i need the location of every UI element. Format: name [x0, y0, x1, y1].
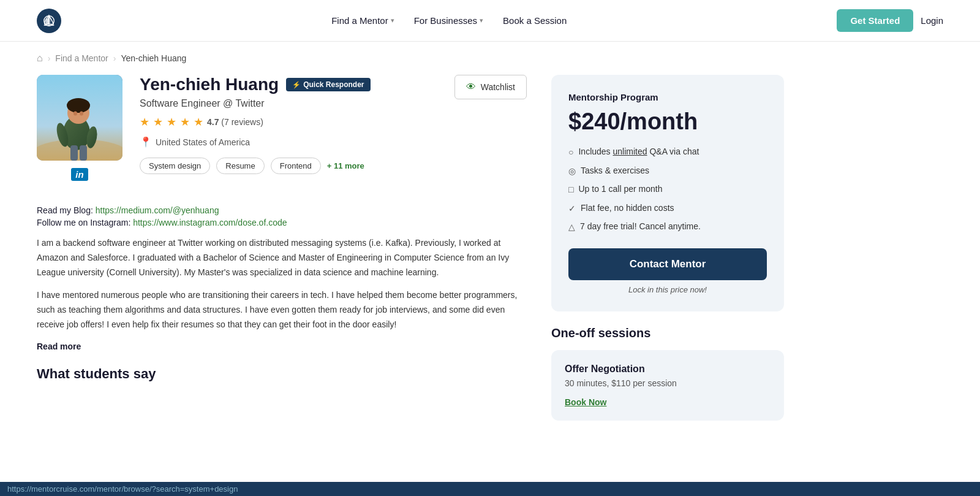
svg-point-7: [80, 112, 83, 116]
lightning-icon: ⚡: [292, 81, 301, 89]
tag-system-design[interactable]: System design: [140, 158, 210, 174]
breadcrumb-current: Yen-chieh Huang: [121, 53, 186, 63]
pricing-amount: $240/month: [568, 109, 767, 135]
get-started-button[interactable]: Get Started: [837, 9, 913, 32]
sail-icon: [42, 14, 56, 28]
svg-point-5: [67, 98, 90, 113]
star-1: ★: [140, 115, 149, 129]
svg-rect-10: [70, 145, 78, 161]
trial-icon: △: [568, 221, 575, 234]
star-5: ★: [194, 115, 203, 129]
more-tags-link[interactable]: + 11 more: [327, 161, 364, 170]
chevron-down-icon: ▾: [480, 17, 483, 25]
one-off-section: One-off sessions Offer Negotiation 30 mi…: [551, 326, 784, 421]
students-section-title: What students say: [37, 366, 527, 382]
quick-responder-badge: ⚡ Quick Responder: [286, 78, 370, 91]
breadcrumb-find-mentor[interactable]: Find a Mentor: [55, 53, 108, 63]
login-button[interactable]: Login: [921, 15, 943, 26]
eye-icon: 👁: [466, 82, 476, 93]
profile-role: Software Engineer @ Twitter: [140, 98, 371, 109]
chat-icon: ○: [568, 147, 573, 159]
location-pin-icon: 📍: [140, 136, 152, 148]
tag-resume[interactable]: Resume: [216, 158, 264, 174]
breadcrumb-sep: ›: [48, 53, 51, 63]
nav-find-mentor[interactable]: Find a Mentor ▾: [331, 15, 394, 26]
star-2: ★: [153, 115, 163, 129]
students-section: What students say: [37, 366, 527, 382]
instagram-link[interactable]: https://www.instagram.com/dose.of.code: [133, 218, 287, 227]
feature-3: □ Up to 1 call per month: [568, 183, 767, 196]
feature-5: △ 7 day free trial! Cancel anytime.: [568, 221, 767, 234]
home-icon[interactable]: ⌂: [37, 53, 43, 64]
bio-paragraph-1: I am a backend software engineer at Twit…: [37, 236, 527, 280]
nav-links: Find a Mentor ▾ For Businesses ▾ Book a …: [331, 15, 567, 26]
call-icon: □: [568, 184, 573, 196]
avatar-image: [37, 75, 123, 161]
nav-book-session[interactable]: Book a Session: [503, 15, 567, 26]
feature-2: ◎ Tasks & exercises: [568, 165, 767, 178]
svg-point-6: [74, 112, 77, 116]
one-off-title: One-off sessions: [551, 326, 784, 340]
avatar-svg: [37, 75, 123, 161]
session-card: Offer Negotiation 30 minutes, $110 per s…: [551, 350, 784, 421]
check-icon: ✓: [568, 203, 576, 215]
contact-mentor-button[interactable]: Contact Mentor: [568, 248, 767, 280]
bio-text: I am a backend software engineer at Twit…: [37, 236, 527, 332]
pricing-label: Mentorship Program: [568, 92, 767, 102]
rating-text: 4.7 (7 reviews): [207, 117, 263, 127]
profile-name-row: Yen-chieh Huang ⚡ Quick Responder: [140, 75, 371, 94]
watchlist-button[interactable]: 👁 Watchlist: [454, 75, 527, 99]
session-desc: 30 minutes, $110 per session: [565, 378, 771, 388]
tasks-icon: ◎: [568, 166, 576, 178]
location-row: 📍 United States of America: [140, 136, 371, 148]
profile-name: Yen-chieh Huang: [140, 75, 279, 94]
session-name: Offer Negotiation: [565, 364, 771, 375]
left-column: in Yen-chieh Huang ⚡ Quick Responder Sof…: [37, 75, 527, 421]
lock-price-text: Lock in this price now!: [568, 285, 767, 294]
bio-paragraph-2: I have mentored numerous people who are …: [37, 288, 527, 332]
feature-4: ✓ Flat fee, no hidden costs: [568, 202, 767, 215]
pricing-features: ○ Includes unlimited Q&A via chat ◎ Task…: [568, 146, 767, 234]
book-now-link[interactable]: Book Now: [565, 397, 606, 407]
right-column: Mentorship Program $240/month ○ Includes…: [551, 75, 784, 421]
tags-row: System design Resume Frontend + 11 more: [140, 158, 371, 174]
breadcrumb: ⌂ › Find a Mentor › Yen-chieh Huang: [0, 42, 980, 75]
linkedin-link[interactable]: in: [37, 167, 123, 181]
nav-for-businesses[interactable]: For Businesses ▾: [414, 15, 483, 26]
main-container: in Yen-chieh Huang ⚡ Quick Responder Sof…: [0, 75, 980, 445]
avatar: [37, 75, 123, 161]
star-4: ★: [180, 115, 190, 129]
stars-row: ★ ★ ★ ★ ★ 4.7 (7 reviews): [140, 115, 371, 129]
feature-1: ○ Includes unlimited Q&A via chat: [568, 146, 767, 159]
nav-logo[interactable]: [37, 9, 61, 33]
profile-header: in Yen-chieh Huang ⚡ Quick Responder Sof…: [37, 75, 527, 181]
star-3: ★: [167, 115, 176, 129]
tag-frontend[interactable]: Frontend: [271, 158, 321, 174]
profile-info: Yen-chieh Huang ⚡ Quick Responder Softwa…: [140, 75, 527, 181]
chevron-down-icon: ▾: [391, 17, 394, 25]
svg-rect-11: [80, 145, 87, 161]
pricing-card: Mentorship Program $240/month ○ Includes…: [551, 75, 784, 311]
blog-line: Read my Blog: https://medium.com/@yenhua…: [37, 205, 527, 215]
logo-icon: [37, 9, 61, 33]
nav-actions: Get Started Login: [837, 9, 943, 32]
breadcrumb-sep-2: ›: [113, 53, 116, 63]
instagram-line: Follow me on Instagram: https://www.inst…: [37, 218, 527, 227]
navbar: Find a Mentor ▾ For Businesses ▾ Book a …: [0, 0, 980, 42]
bio-section: Read my Blog: https://medium.com/@yenhua…: [37, 205, 527, 351]
read-more-button[interactable]: Read more: [37, 341, 81, 351]
blog-link[interactable]: https://medium.com/@yenhuang: [96, 205, 219, 215]
